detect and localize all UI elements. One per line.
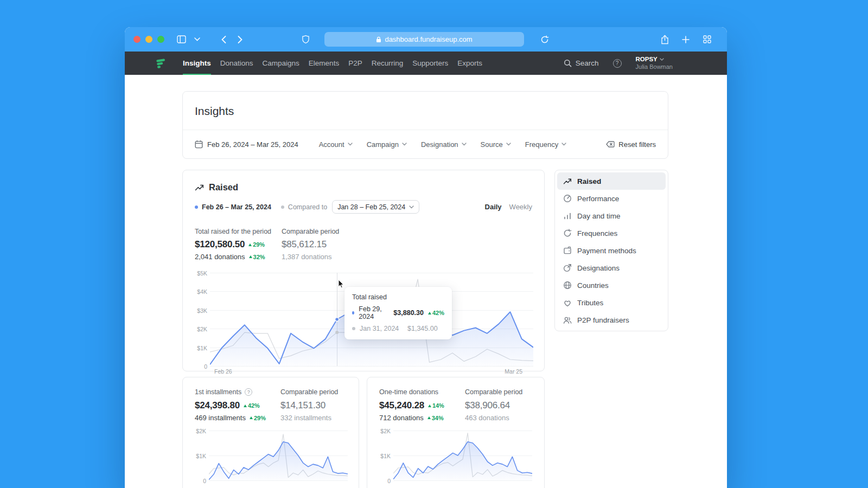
search-icon bbox=[564, 59, 572, 67]
grid-line: 0 bbox=[210, 366, 533, 367]
lock-icon bbox=[376, 36, 381, 43]
filter-designation[interactable]: Designation bbox=[421, 140, 467, 149]
privacy-shield-icon[interactable] bbox=[302, 27, 310, 52]
installments-area-chart bbox=[209, 431, 348, 480]
forward-icon[interactable] bbox=[238, 27, 242, 52]
compass-arrow-icon bbox=[563, 264, 572, 272]
comparable-label: Comparable period bbox=[282, 228, 339, 235]
chevron-down-icon bbox=[409, 206, 414, 209]
chart-legend: Feb 26 – Mar 25, 2024 Compared to Jan 28… bbox=[195, 200, 532, 214]
sidebar-item-frequencies[interactable]: Frequencies bbox=[557, 224, 666, 242]
reload-icon[interactable] bbox=[540, 27, 549, 52]
nav-item-recurring[interactable]: Recurring bbox=[372, 52, 404, 75]
tab-overview-icon[interactable] bbox=[703, 27, 711, 52]
toggle-weekly[interactable]: Weekly bbox=[509, 203, 532, 211]
current-period-dot bbox=[195, 206, 198, 209]
trend-up-icon bbox=[563, 178, 572, 185]
new-tab-icon[interactable] bbox=[682, 27, 690, 52]
y-axis-tick: 0 bbox=[378, 478, 391, 484]
one-time-chart[interactable]: 0$1K$2K bbox=[393, 431, 532, 480]
comparable-count: 332 installments bbox=[280, 414, 331, 422]
nav-item-exports[interactable]: Exports bbox=[457, 52, 482, 75]
nav-item-supporters[interactable]: Supporters bbox=[412, 52, 448, 75]
sidebar-item-raised[interactable]: Raised bbox=[557, 172, 666, 190]
granularity-toggle: Daily Weekly bbox=[485, 203, 532, 211]
date-range-value: Feb 26, 2024 – Mar 25, 2024 bbox=[207, 140, 298, 149]
nav-item-donations[interactable]: Donations bbox=[220, 52, 253, 75]
share-icon[interactable] bbox=[661, 27, 669, 52]
help-icon[interactable]: ? bbox=[613, 59, 622, 68]
zoom-window-button[interactable] bbox=[157, 36, 164, 43]
insights-side-menu: Raised Performance Day and time bbox=[554, 170, 668, 331]
sidebar-item-p2p-fundraisers[interactable]: P2P fundraisers bbox=[557, 311, 666, 329]
filter-source[interactable]: Source bbox=[481, 140, 511, 149]
nav-item-insights[interactable]: Insights bbox=[183, 52, 211, 75]
clear-filters-icon bbox=[606, 141, 615, 147]
insights-header-card: Insights Feb 26, 2024 – Mar 25, 2024 Acc… bbox=[182, 91, 668, 159]
sidebar-toggle-icon[interactable] bbox=[177, 27, 186, 52]
filter-campaign[interactable]: Campaign bbox=[367, 140, 407, 149]
installments-chart[interactable]: 0$1K$2K bbox=[209, 431, 347, 480]
y-axis-tick: $3K bbox=[195, 307, 207, 314]
fundraiseup-logo[interactable] bbox=[156, 58, 167, 68]
compare-period-select[interactable]: Jan 28 – Feb 25, 2024 bbox=[332, 200, 419, 214]
raised-stats: Total raised for the period $120,580.50 … bbox=[195, 228, 532, 261]
main-menu: Insights Donations Campaigns Elements P2… bbox=[183, 52, 482, 75]
y-axis-tick: $4K bbox=[195, 288, 207, 295]
account-org-name: ROPSY bbox=[636, 55, 658, 63]
compare-period-dot bbox=[352, 327, 355, 330]
compare-period-dot bbox=[281, 206, 284, 209]
nav-item-p2p[interactable]: P2P bbox=[348, 52, 362, 75]
minimize-window-button[interactable] bbox=[145, 36, 152, 43]
sidebar-item-designations[interactable]: Designations bbox=[557, 259, 666, 277]
back-icon[interactable] bbox=[221, 27, 226, 52]
current-series-area bbox=[209, 442, 348, 480]
current-period-dot bbox=[352, 311, 354, 314]
reset-filters-button[interactable]: Reset filters bbox=[606, 140, 656, 149]
comparable-label: Comparable period bbox=[465, 388, 522, 396]
toggle-daily[interactable]: Daily bbox=[485, 203, 502, 211]
address-bar[interactable]: dashboard.fundraiseup.com bbox=[324, 32, 524, 47]
sidebar-item-payment-methods[interactable]: Payment methods bbox=[557, 242, 666, 259]
tab-group-chevron-icon[interactable] bbox=[194, 27, 200, 52]
sidebar-item-countries[interactable]: Countries bbox=[557, 277, 666, 294]
filter-account[interactable]: Account bbox=[319, 140, 353, 149]
chevron-down-icon bbox=[660, 58, 664, 61]
nav-item-elements[interactable]: Elements bbox=[309, 52, 339, 75]
y-axis-tick: $1K bbox=[195, 345, 207, 351]
comparable-label: Comparable period bbox=[280, 388, 338, 396]
up-arrow-icon bbox=[250, 416, 253, 419]
account-switcher[interactable]: ROPSY Julia Bowman bbox=[636, 55, 673, 70]
search-button[interactable]: Search bbox=[564, 59, 599, 67]
date-range-filter[interactable]: Feb 26, 2024 – Mar 25, 2024 bbox=[195, 140, 298, 149]
first-installments-card: 1st installments ? Comparable period $24… bbox=[182, 377, 359, 488]
y-axis-tick: $1K bbox=[378, 453, 391, 459]
x-axis-end: Mar 25 bbox=[505, 368, 522, 375]
gauge-icon bbox=[563, 194, 572, 203]
raised-chart[interactable]: 0$1K$2K$3K$4K$5K Total raised bbox=[210, 273, 532, 375]
close-window-button[interactable] bbox=[133, 36, 141, 43]
comparable-value: $14,151.30 bbox=[280, 400, 331, 411]
window-controls bbox=[133, 27, 164, 52]
up-arrow-icon bbox=[427, 416, 431, 419]
refresh-icon bbox=[563, 229, 572, 237]
filter-dropdowns: Account Campaign Designation Source bbox=[319, 140, 567, 149]
chevron-down-icon bbox=[348, 143, 353, 146]
raised-card-title: Raised bbox=[209, 182, 238, 192]
up-arrow-icon bbox=[428, 404, 431, 407]
sidebar-item-tributes[interactable]: Tributes bbox=[557, 294, 666, 311]
nav-item-campaigns[interactable]: Campaigns bbox=[263, 52, 299, 75]
page-title: Insights bbox=[195, 105, 656, 118]
compared-to-label: Compared to bbox=[288, 203, 327, 211]
wallet-icon bbox=[563, 246, 572, 255]
sidebar-item-performance[interactable]: Performance bbox=[557, 190, 666, 207]
mouse-cursor bbox=[338, 279, 344, 288]
compare-point-marker bbox=[335, 331, 339, 334]
sidebar-item-day-and-time[interactable]: Day and time bbox=[557, 207, 666, 224]
installments-value: $24,398.80 bbox=[195, 400, 240, 411]
one-time-count: 712 donations bbox=[379, 414, 424, 422]
help-icon[interactable]: ? bbox=[245, 388, 252, 396]
up-arrow-icon bbox=[249, 255, 252, 258]
current-period-label: Feb 26 – Mar 25, 2024 bbox=[202, 203, 271, 211]
filter-frequency[interactable]: Frequency bbox=[525, 140, 566, 149]
